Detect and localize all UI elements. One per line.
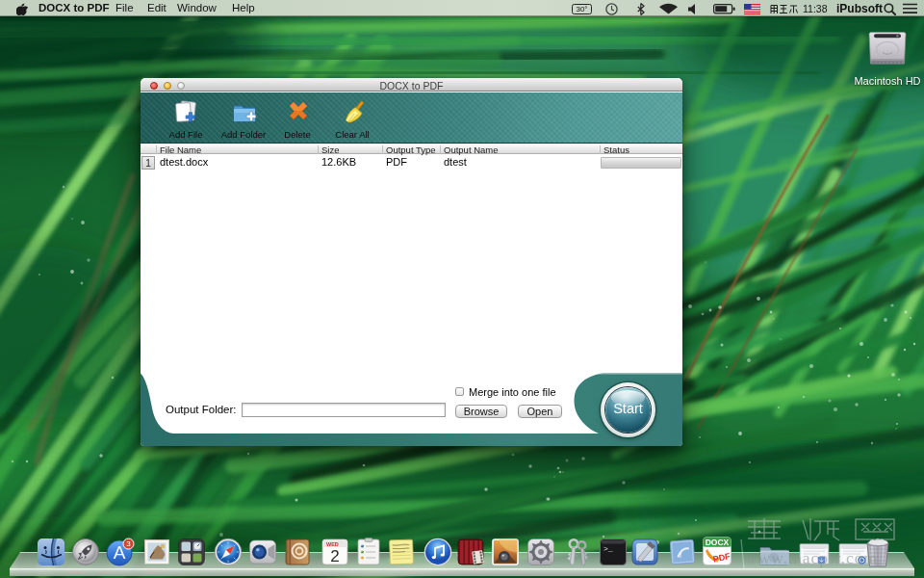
svg-text:3: 3 xyxy=(126,539,131,548)
svg-text:WED: WED xyxy=(326,541,339,547)
svg-text:2: 2 xyxy=(330,547,339,565)
svg-text:www.macpw.com: www.macpw.com xyxy=(745,548,878,567)
svg-text:>_: >_ xyxy=(603,544,613,553)
svg-text:DOCX: DOCX xyxy=(706,538,730,547)
